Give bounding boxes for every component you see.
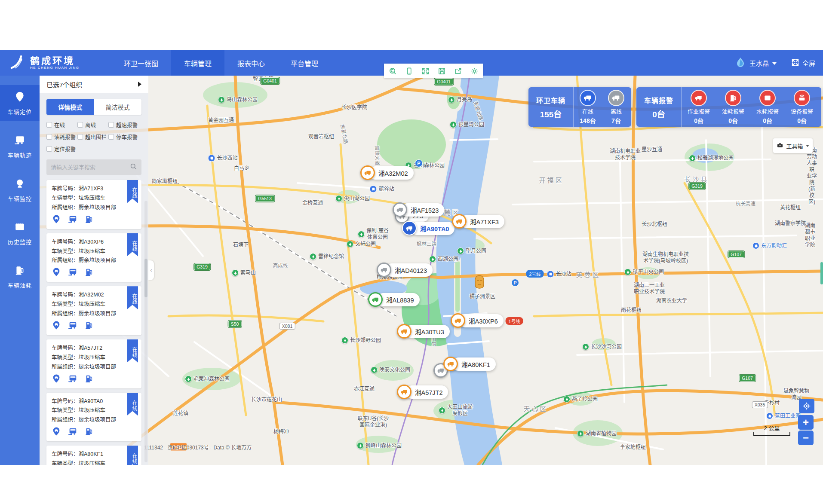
map-vehicle-湘A90TA0[interactable]: 湘A90TA0 xyxy=(402,221,454,235)
zoom-out-button[interactable]: − xyxy=(798,431,814,445)
alarm-cell-水耗报警: 水耗报警 0台 xyxy=(750,87,785,127)
road-label: 枫林三路 xyxy=(417,241,436,247)
map-vehicle-湘AF1523[interactable]: 湘AF1523 xyxy=(393,202,444,217)
fuel-vehicle-icon[interactable] xyxy=(84,214,94,226)
export-icon[interactable] xyxy=(454,67,462,75)
map-vehicle-湘A71XF3[interactable]: 湘A71XF3 xyxy=(452,214,504,229)
map-label-text: 长沙郊野公园 xyxy=(350,337,381,344)
poi-label: 星沙互通 xyxy=(642,147,662,153)
filter-油耗报警[interactable]: 油耗报警 xyxy=(46,133,77,141)
search-bar xyxy=(46,159,141,175)
vehicle-plate-label: 湘A71XF3 xyxy=(461,215,504,228)
sidebar-item-车辆油耗[interactable]: 车辆油耗 xyxy=(0,259,40,294)
sidebar-item-车辆监控[interactable]: 车辆监控 xyxy=(0,172,40,208)
locate-vehicle-icon[interactable] xyxy=(52,214,61,226)
locate-vehicle-icon[interactable] xyxy=(52,427,61,438)
track-vehicle-icon[interactable] xyxy=(68,267,77,278)
vehicle-card[interactable]: 车牌号码：湘A71XF3 车辆类型：垃圾压缩车 所属组织：厨余垃圾项目部 在线 xyxy=(46,180,141,229)
fuel-vehicle-icon[interactable] xyxy=(84,321,94,332)
sidebar-item-车辆轨迹[interactable]: 车辆轨迹 xyxy=(0,128,40,164)
map-label-text: 长沙沙湾公园 xyxy=(591,344,622,350)
bus-icon xyxy=(14,134,25,147)
toolbox-button[interactable]: 工具箱 xyxy=(773,138,813,153)
track-vehicle-icon[interactable] xyxy=(68,321,77,332)
map-scale: 2 公里 xyxy=(753,424,790,436)
user-menu[interactable]: 王水晶 xyxy=(735,57,777,69)
search-icon[interactable] xyxy=(130,163,137,172)
poi-label: 长沙医学院 xyxy=(341,104,367,111)
checkbox-icon[interactable] xyxy=(46,146,52,152)
fullscreen-button[interactable]: 全屏 xyxy=(791,58,815,68)
expand-right-icon[interactable] xyxy=(138,82,141,87)
device-alarm-icon xyxy=(794,90,810,106)
map-vehicle-湘A30TU3[interactable]: 湘A30TU3 xyxy=(397,324,450,339)
search-input[interactable] xyxy=(51,164,130,171)
vehicle-card[interactable]: 车牌号码：湘A32M02 车辆类型：垃圾压缩车 所属组织：厨余垃圾项目部 在线 xyxy=(46,286,141,335)
fuel-vehicle-icon[interactable] xyxy=(84,374,94,385)
alarm-cell-油耗报警: 油耗报警 0台 xyxy=(716,87,750,127)
sidebar-item-车辆定位[interactable]: 车辆定位 xyxy=(0,85,40,121)
nav-item[interactable]: 环卫一张图 xyxy=(111,50,171,76)
tab-simple-mode[interactable]: 简洁模式 xyxy=(94,99,142,115)
vehicle-card[interactable]: 车牌号码：湘A30XP6 车辆类型：垃圾压缩车 所属组织：厨余垃圾项目部 在线 xyxy=(46,233,141,282)
sidebar-item-历史监控[interactable]: 历史监控 xyxy=(0,215,40,251)
checkbox-icon[interactable] xyxy=(108,122,114,128)
alarm-count: 0台 xyxy=(728,116,738,125)
fuel-vehicle-icon[interactable] xyxy=(84,267,94,278)
nav-item[interactable]: 平台管理 xyxy=(278,50,331,76)
filter-离线[interactable]: 离线 xyxy=(77,121,108,129)
map-vehicle-湘A32M02[interactable]: 湘A32M02 xyxy=(360,165,414,180)
filter-超出围栏[interactable]: 超出围栏 xyxy=(77,133,108,141)
page-scrollbar-fragment[interactable] xyxy=(820,262,823,284)
road-label: 雷锋大道 xyxy=(374,146,381,165)
track-vehicle-icon[interactable] xyxy=(68,374,77,385)
panel-scrollbar-thumb[interactable] xyxy=(144,259,147,297)
alarm-count: 0台 xyxy=(797,116,807,125)
map-label-text: 杨梅冲 xyxy=(273,429,289,435)
checkbox-icon[interactable] xyxy=(46,122,52,128)
checkbox-icon[interactable] xyxy=(77,122,83,128)
org-selector[interactable]: 已选7个组织 xyxy=(40,76,148,93)
tablet-icon[interactable] xyxy=(405,67,413,75)
map-canvas[interactable]: 智语小镇乌山森林公园黄金园互通长沙医学院月亮岛银星湾公园观音岩枢纽谷山森林公园麓… xyxy=(40,76,823,465)
vehicle-card[interactable]: 车牌号码：湘A57JT2 车辆类型：垃圾压缩车 所属组织：厨余垃圾项目部 在线 xyxy=(46,339,141,388)
panel-collapse-handle[interactable]: ‹ xyxy=(148,260,154,280)
filter-超速报警[interactable]: 超速报警 xyxy=(108,121,141,129)
nav-item[interactable]: 报表中心 xyxy=(224,50,278,76)
fuel-vehicle-icon[interactable] xyxy=(84,427,94,438)
locate-vehicle-icon[interactable] xyxy=(52,374,61,385)
save-icon[interactable] xyxy=(437,67,446,75)
map-vehicle-湘A30XP6[interactable]: 湘A30XP6 xyxy=(451,313,504,328)
filter-定位报警[interactable]: 定位报警 xyxy=(46,145,77,153)
vehicle-card[interactable]: 车牌号码：湘A90TA0 车辆类型：垃圾压缩车 所属组织：厨余垃圾项目部 在线 xyxy=(46,393,141,442)
filter-在线[interactable]: 在线 xyxy=(46,121,77,129)
checkbox-icon[interactable] xyxy=(108,134,114,140)
zoom-in-button[interactable]: + xyxy=(798,415,814,430)
zoom-area-icon[interactable] xyxy=(388,67,397,75)
truck-icon xyxy=(443,357,458,371)
map-vehicle-湘AD40123[interactable]: 湘AD40123 xyxy=(377,263,433,277)
map-label-text: 天心区 xyxy=(523,405,548,413)
checkbox-icon[interactable] xyxy=(46,134,52,140)
filter-label: 离线 xyxy=(85,121,96,129)
map-scale-label: 2 公里 xyxy=(764,425,780,431)
map-vehicle-湘A80KF1[interactable]: 湘A80KF1 xyxy=(443,357,496,371)
nav-item[interactable]: 车辆管理 xyxy=(171,50,224,76)
track-vehicle-icon[interactable] xyxy=(68,427,77,438)
expand-icon[interactable] xyxy=(421,67,430,75)
map-vehicle-湘A57JT2[interactable]: 湘A57JT2 xyxy=(397,385,448,399)
settings-icon[interactable] xyxy=(470,67,479,75)
map-vehicle-湘AL8839[interactable]: 湘AL8839 xyxy=(368,292,420,307)
vehicle-card[interactable]: 车牌号码：湘A80KF1 车辆类型：垃圾压缩车 所属组织：厨余垃圾项目部 在线 xyxy=(46,446,141,465)
poi-label: 东方韵动汇 xyxy=(752,242,787,249)
checkbox-icon[interactable] xyxy=(77,134,83,140)
park-icon xyxy=(185,376,192,382)
locate-vehicle-icon[interactable] xyxy=(52,321,61,332)
locate-button[interactable] xyxy=(799,399,814,413)
vehicle-org: 所属组织：厨余垃圾项目部 xyxy=(52,415,136,425)
track-vehicle-icon[interactable] xyxy=(68,214,77,226)
map-label-text: 保利·麓谷 体育公园 xyxy=(366,228,389,241)
tab-detail-mode[interactable]: 详情模式 xyxy=(46,99,94,115)
filter-停车报警[interactable]: 停车报警 xyxy=(108,133,141,141)
locate-vehicle-icon[interactable] xyxy=(52,267,61,278)
